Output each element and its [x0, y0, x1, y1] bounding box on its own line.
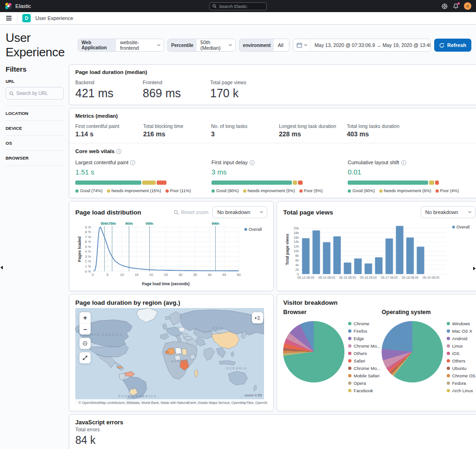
- legend-label: Fedora: [452, 381, 466, 386]
- breadcrumb[interactable]: User Experience: [35, 15, 73, 21]
- svg-text:2 %: 2 %: [85, 259, 91, 263]
- notifications-bell-icon[interactable]: [453, 3, 459, 9]
- vital-legend-label: Needs improvement (5%): [248, 188, 295, 193]
- legend-item-chrome-mo-[interactable]: Chrome Mo...: [348, 343, 380, 348]
- svg-text:Pages loaded: Pages loaded: [77, 236, 82, 262]
- svg-text:90th: 90th: [125, 221, 133, 226]
- os-pie-chart[interactable]: [382, 321, 443, 382]
- legend-item-others[interactable]: Others: [447, 358, 476, 363]
- filter-section-browser[interactable]: BROWSER: [6, 150, 64, 165]
- legend-item-ubuntu[interactable]: Ubuntu: [447, 366, 476, 371]
- collapse-arrow-left-icon[interactable]: [0, 266, 3, 269]
- legend-dot: [348, 344, 351, 348]
- vital-label-text: First input delay: [212, 160, 248, 165]
- elastic-logo-icon[interactable]: [5, 2, 12, 10]
- global-search-input[interactable]: Search Elastic: [209, 2, 267, 10]
- svg-text:05-14 08:00: 05-14 08:00: [318, 276, 336, 279]
- chevron-down-icon: [260, 210, 263, 213]
- reset-zoom-button[interactable]: Reset zoom: [174, 209, 209, 215]
- page-header: User Experience Web Application website-…: [0, 25, 476, 64]
- browser-pie-chart[interactable]: [283, 321, 344, 382]
- legend-item-linux[interactable]: Linux: [447, 343, 476, 348]
- url-filter-label: URL: [6, 79, 64, 84]
- legend-item-ios[interactable]: iOS: [447, 351, 476, 356]
- legend-item-windows[interactable]: Windows: [447, 321, 476, 326]
- legend-item-mac-os-x[interactable]: Mac OS X: [447, 328, 476, 334]
- map-fit-data-button[interactable]: [79, 352, 91, 363]
- total-page-views-chart[interactable]: 02k4k6k8k10k12k14k16k18k20k05-13 08:0005…: [283, 220, 475, 286]
- info-icon[interactable]: i: [401, 160, 406, 165]
- date-range-value[interactable]: May 13, 2020 @ 07:33:06.9 → May 19, 2020…: [311, 39, 431, 51]
- refresh-button[interactable]: Refresh: [434, 39, 471, 52]
- filter-section-os[interactable]: OS: [6, 135, 64, 150]
- svg-text:6 %: 6 %: [85, 240, 91, 244]
- app-badge[interactable]: D: [22, 14, 31, 22]
- legend-item-android[interactable]: Android: [447, 336, 476, 341]
- total-page-views-panel: Total page views No breakdown 02k4k6k8k1…: [277, 201, 476, 291]
- web-application-select[interactable]: Web Application website-frontend: [78, 39, 164, 52]
- brand-name: Elastic: [15, 3, 31, 9]
- stat-label: Backend: [75, 80, 143, 85]
- legend-dot: [348, 322, 351, 325]
- date-range-picker[interactable]: May 13, 2020 @ 07:33:06.9 → May 19, 2020…: [293, 39, 431, 52]
- legend-item-firefox[interactable]: Firefox: [348, 328, 380, 334]
- map-initial-view-button[interactable]: [79, 338, 91, 349]
- filter-section-device[interactable]: DEVICE: [6, 121, 64, 135]
- chevron-down-icon: [229, 43, 232, 46]
- legend-item-edge[interactable]: Edge: [348, 336, 380, 341]
- map-legend-toggle-button[interactable]: [252, 312, 263, 323]
- map-attribution: © OpenStreetMap contributors, Wikidata, …: [75, 399, 267, 406]
- filter-section-location[interactable]: LOCATION: [6, 106, 64, 121]
- legend-label: Firefox: [354, 328, 367, 334]
- legend-item-chrome-os[interactable]: Chrome OS: [447, 373, 476, 378]
- vital-legend-item: Poor (5%): [299, 188, 323, 193]
- page-title: User Experience: [6, 31, 78, 60]
- svg-text:5 %: 5 %: [85, 245, 91, 249]
- svg-text:4k: 4k: [296, 263, 299, 267]
- legend-dot: [299, 189, 303, 193]
- info-icon[interactable]: i: [116, 149, 121, 154]
- help-icon[interactable]: [442, 3, 448, 9]
- legend-item-chrome-mo-[interactable]: Chrome Mo...: [348, 366, 380, 371]
- legend-item-fedora[interactable]: Fedora: [447, 381, 476, 386]
- info-icon[interactable]: i: [130, 160, 135, 165]
- menu-hamburger-icon[interactable]: [5, 15, 13, 21]
- zoom-reset-icon: [174, 210, 179, 215]
- vital-label: Cumulative layout shifti: [348, 160, 439, 165]
- vital-legend-item: Poor (4%): [436, 188, 459, 193]
- legend-item-safari[interactable]: Safari: [348, 358, 380, 363]
- vital-legend-label: Poor (11%): [170, 188, 191, 193]
- map-zoom-in-button[interactable]: +: [79, 312, 91, 323]
- map-zoom-out-button[interactable]: −: [79, 323, 91, 335]
- legend-item-mobile-safari[interactable]: Mobile Safari: [348, 373, 380, 378]
- url-search-input[interactable]: Search by URL: [6, 87, 64, 100]
- breakdown-select[interactable]: No breakdown: [421, 206, 476, 218]
- stat-item: Total page views170 k: [210, 80, 278, 100]
- svg-text:6k: 6k: [296, 259, 299, 262]
- breakdown-select[interactable]: No breakdown: [212, 206, 267, 218]
- legend-item-facebook[interactable]: Facebook: [348, 388, 380, 393]
- stat-item: First contentful paint1.14 s: [75, 123, 143, 138]
- vital-legend-label: Good (90%): [216, 188, 239, 193]
- collapse-arrow-right-icon[interactable]: [473, 267, 476, 270]
- page-load-distribution-chart[interactable]: 0 %1 %2 %3 %4 %5 %6 %7 %8 %9 %0510152025…: [75, 220, 267, 286]
- refresh-label: Refresh: [447, 42, 466, 48]
- legend-dot: [447, 374, 450, 377]
- vital-bar-segment: [435, 181, 439, 185]
- filters-title: Filters: [6, 65, 64, 73]
- legend-dot: [447, 329, 450, 333]
- percentile-select[interactable]: Percentile 50th (Median): [167, 39, 236, 52]
- info-icon[interactable]: i: [250, 160, 255, 165]
- world-map-canvas[interactable]: NORTH AMERICASOUTH AMERICAAFRICAASIAOCEA…: [75, 308, 264, 405]
- world-map[interactable]: NORTH AMERICASOUTH AMERICAAFRICAASIAOCEA…: [75, 308, 267, 406]
- vital-legend: Good (90%)Needs improvement (6%)Poor (4%…: [348, 188, 439, 193]
- legend-item-chrome[interactable]: Chrome: [348, 321, 380, 326]
- user-avatar[interactable]: o: [464, 2, 471, 10]
- svg-text:75th: 75th: [108, 221, 116, 226]
- legend-item-others[interactable]: Others: [348, 351, 380, 356]
- environment-select[interactable]: environment All: [239, 39, 289, 52]
- legend-item-opera[interactable]: Opera: [348, 381, 380, 386]
- svg-text:Page load time (seconds): Page load time (seconds): [142, 281, 190, 286]
- legend-item-arch-linux[interactable]: Arch Linux: [447, 388, 476, 393]
- vital-label: Largest contentful painti: [75, 160, 166, 165]
